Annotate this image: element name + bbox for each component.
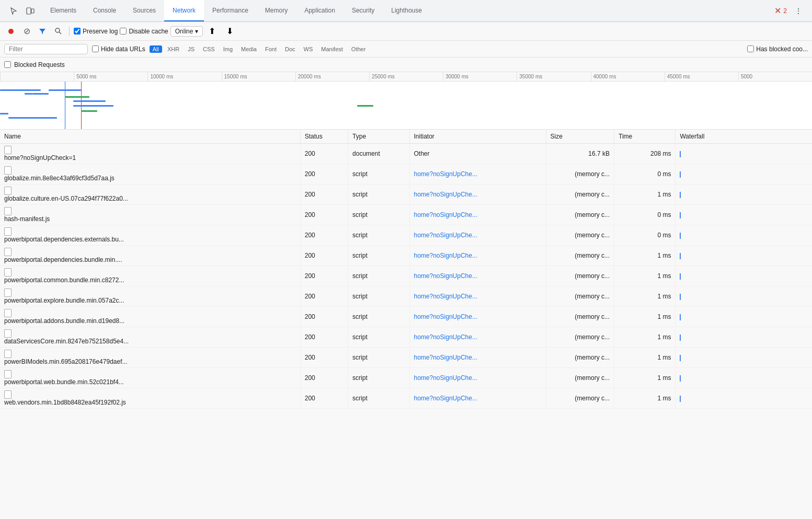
initiator-link[interactable]: home?noSignUpChe... xyxy=(414,374,477,382)
table-row[interactable]: web.vendors.min.1bd8b8482ea45f192f02.js2… xyxy=(0,388,812,409)
cell-name: powerbiportal.common.bundle.min.c8272... xyxy=(0,266,300,286)
search-button[interactable] xyxy=(51,25,65,38)
filter-type-ws[interactable]: WS xyxy=(301,45,316,53)
initiator-link[interactable]: home?noSignUpChe... xyxy=(414,333,477,341)
ruler-mark-0 xyxy=(0,72,74,81)
initiator-link[interactable]: home?noSignUpChe... xyxy=(414,293,477,300)
initiator-link[interactable]: home?noSignUpChe... xyxy=(414,191,477,198)
tab-console[interactable]: Console xyxy=(85,0,124,21)
table-row[interactable]: powerbiportal.dependencies.bundle.min...… xyxy=(0,246,812,266)
cell-initiator: home?noSignUpChe... xyxy=(409,225,546,246)
filter-type-css[interactable]: CSS xyxy=(200,45,218,53)
initiator-link[interactable]: home?noSignUpChe... xyxy=(414,232,477,239)
initiator-link[interactable]: home?noSignUpChe... xyxy=(414,354,477,361)
tab-sources[interactable]: Sources xyxy=(124,0,164,21)
col-header-type[interactable]: Type xyxy=(348,130,409,144)
filter-type-img[interactable]: Img xyxy=(220,45,236,53)
cell-name: powerbiportal.web.bundle.min.52c021bf4..… xyxy=(0,368,300,388)
table-row[interactable]: powerbiportal.web.bundle.min.52c021bf4..… xyxy=(0,368,812,388)
initiator-link[interactable]: home?noSignUpChe... xyxy=(414,395,477,402)
table-row[interactable]: powerbiportal.addons.bundle.min.d19ed8..… xyxy=(0,307,812,327)
has-blocked-checkbox[interactable] xyxy=(747,45,754,52)
device-toggle-icon[interactable] xyxy=(23,4,38,18)
initiator-link[interactable]: home?noSignUpChe... xyxy=(414,170,477,178)
col-header-time[interactable]: Time xyxy=(614,130,676,144)
col-header-size[interactable]: Size xyxy=(546,130,614,144)
col-header-initiator[interactable]: Initiator xyxy=(409,130,546,144)
hide-data-urls-toggle[interactable]: Hide data URLs xyxy=(92,45,145,53)
cell-size: (memory c... xyxy=(546,184,614,205)
disable-cache-toggle[interactable]: Disable cache xyxy=(120,28,168,35)
filter-type-font[interactable]: Font xyxy=(262,45,280,53)
filter-type-all[interactable]: All xyxy=(150,45,162,53)
export-button[interactable]: ⬇ xyxy=(223,25,236,38)
timeline-line-blue xyxy=(65,82,65,130)
timeline-content xyxy=(0,82,812,130)
preserve-log-toggle[interactable]: Preserve log xyxy=(74,28,118,35)
filter-type-js[interactable]: JS xyxy=(185,45,198,53)
filter-type-other[interactable]: Other xyxy=(348,45,369,53)
filter-type-doc[interactable]: Doc xyxy=(282,45,299,53)
initiator-link[interactable]: home?noSignUpChe... xyxy=(414,313,477,320)
tab-elements[interactable]: Elements xyxy=(42,0,85,21)
cell-status: 200 xyxy=(300,307,348,327)
cell-size: (memory c... xyxy=(546,266,614,286)
table-row[interactable]: powerbiportal.dependencies.externals.bu.… xyxy=(0,225,812,246)
ruler-mark-2: 10000 ms xyxy=(147,72,221,81)
error-badge: ✕ 2 xyxy=(774,6,787,16)
table-row[interactable]: globalize.min.8e8ec43af69cf3d5d7aa.js200… xyxy=(0,164,812,184)
tab-network[interactable]: Network xyxy=(164,0,204,21)
cell-status: 200 xyxy=(300,225,348,246)
cell-status: 200 xyxy=(300,348,348,368)
ruler-mark-5: 25000 ms xyxy=(369,72,443,81)
main-tabs: Elements Console Sources Network Perform… xyxy=(42,0,770,21)
tab-memory[interactable]: Memory xyxy=(257,0,296,21)
col-header-waterfall[interactable]: Waterfall xyxy=(676,130,812,144)
blocked-requests-checkbox[interactable] xyxy=(4,61,11,68)
tab-performance[interactable]: Performance xyxy=(204,0,257,21)
initiator-link[interactable]: home?noSignUpChe... xyxy=(414,272,477,280)
tab-security[interactable]: Security xyxy=(344,0,383,21)
table-row[interactable]: dataServicesCore.min.8247eb752158d5e4...… xyxy=(0,327,812,348)
cell-size: (memory c... xyxy=(546,286,614,307)
filter-type-xhr[interactable]: XHR xyxy=(164,45,182,53)
main-content: ⊘ Preserve log Disable cache Online ▾ ⬆ … xyxy=(0,22,812,519)
network-condition-select[interactable]: Online ▾ xyxy=(170,26,203,37)
table-row[interactable]: globalize.culture.en-US.07ca294f77f622a0… xyxy=(0,184,812,205)
network-requests-table: Name Status Type Initiator Size Time Wat… xyxy=(0,130,812,409)
cell-status: 200 xyxy=(300,327,348,348)
cell-type: script xyxy=(348,164,409,184)
waterfall-bar xyxy=(680,294,681,300)
network-toolbar: ⊘ Preserve log Disable cache Online ▾ ⬆ … xyxy=(0,22,812,41)
clear-button[interactable]: ⊘ xyxy=(20,25,33,38)
filter-icon-btn[interactable] xyxy=(36,25,49,38)
table-row[interactable]: powerbiportal.explore.bundle.min.057a2c.… xyxy=(0,286,812,307)
tab-lighthouse[interactable]: Lighthouse xyxy=(383,0,430,21)
table-row[interactable]: powerBIModels.min.695a208176e479daef...2… xyxy=(0,348,812,368)
table-row[interactable]: hash-manifest.js200scripthome?noSignUpCh… xyxy=(0,205,812,225)
initiator-link[interactable]: home?noSignUpChe... xyxy=(414,252,477,259)
cursor-icon[interactable] xyxy=(6,4,21,18)
disable-cache-checkbox[interactable] xyxy=(120,28,127,34)
filter-input[interactable] xyxy=(4,44,88,54)
import-button[interactable]: ⬆ xyxy=(205,25,219,38)
cell-waterfall xyxy=(676,144,812,164)
record-button[interactable] xyxy=(4,25,18,38)
table-row[interactable]: powerbiportal.common.bundle.min.c8272...… xyxy=(0,266,812,286)
cell-name: web.vendors.min.1bd8b8482ea45f192f02.js xyxy=(0,388,300,409)
preserve-log-checkbox[interactable] xyxy=(74,28,81,34)
waterfall-bar xyxy=(680,151,681,157)
filter-type-manifest[interactable]: Manifest xyxy=(318,45,346,53)
col-header-name[interactable]: Name xyxy=(0,130,300,144)
filter-type-media[interactable]: Media xyxy=(238,45,260,53)
waterfall-bar xyxy=(680,171,681,178)
initiator-link[interactable]: home?noSignUpChe... xyxy=(414,211,477,218)
hide-data-urls-checkbox[interactable] xyxy=(92,45,99,52)
settings-icon[interactable]: ⋮ xyxy=(791,4,806,18)
cell-status: 200 xyxy=(300,184,348,205)
table-row[interactable]: home?noSignUpCheck=1200documentOther16.7… xyxy=(0,144,812,164)
tab-application[interactable]: Application xyxy=(296,0,344,21)
ruler-mark-7: 35000 ms xyxy=(517,72,590,81)
col-header-status[interactable]: Status xyxy=(300,130,348,144)
cell-time: 1 ms xyxy=(614,327,676,348)
